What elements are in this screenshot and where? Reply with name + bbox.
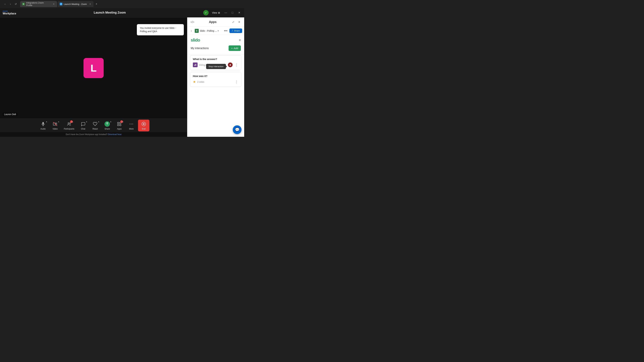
external-link-icon: ⤢ (232, 20, 234, 24)
svg-rect-0 (42, 122, 44, 124)
toolbar-audio-btn[interactable]: ▲ Audio (38, 120, 48, 131)
app-nav-dropdown-icon[interactable]: ▾ (218, 30, 219, 32)
voting-closed-label: Voting closed (199, 64, 226, 66)
view-label: View (212, 11, 217, 14)
toolbar-participants-btn[interactable]: 1 ▲ Participants (62, 120, 76, 131)
react-caret-icon: ▲ (98, 121, 100, 122)
view-btn[interactable]: View ⊞ (211, 11, 221, 15)
browser-nav: ‹ › ↺ (1, 2, 20, 6)
bottom-footer: Don't have the Zoom Workplace app instal… (0, 132, 187, 137)
video-off-icon (53, 122, 58, 126)
svg-point-13 (132, 124, 133, 124)
app-share-btn[interactable]: ⤴ Share (230, 28, 242, 33)
chat-caret-icon: ▲ (86, 121, 88, 122)
code-icon: </> (190, 21, 194, 24)
new-tab-btn[interactable]: + (94, 2, 99, 6)
react-label: React (92, 128, 98, 130)
svg-point-11 (130, 124, 130, 124)
share-icon (104, 121, 110, 127)
svg-point-5 (70, 123, 70, 124)
interaction2-title: How was it? (193, 75, 239, 77)
zoom-text: zoom (3, 10, 16, 12)
apps-icon-container: 1 ▲ (116, 121, 122, 127)
add-label: Add (234, 47, 238, 50)
slido-header: slido ≡ (187, 35, 244, 44)
svg-line-3 (53, 122, 57, 126)
tab1-close-btn[interactable]: ✕ (52, 3, 55, 5)
svg-rect-19 (196, 64, 196, 66)
meeting-area: You invited everyone to use Slido - Poll… (0, 17, 187, 137)
end-x-icon (142, 122, 146, 126)
apps-panel-external-btn[interactable]: ⤢ (231, 20, 236, 24)
workplace-text: Workplace (3, 12, 16, 15)
apps-panel: </> Apps ⤢ ✕ ‹ S Slido - Polling ... ▾ (187, 17, 244, 137)
toolbar-video-btn[interactable]: ▲ Video (50, 120, 60, 131)
video-caret-icon: ▲ (58, 121, 60, 122)
svg-rect-18 (195, 64, 196, 66)
toolbar-more-btn[interactable]: More (126, 120, 137, 131)
interaction1-more-btn[interactable]: ⋮ (234, 62, 239, 67)
apps-panel-code-btn[interactable]: </> (190, 20, 195, 24)
heart-icon (93, 122, 98, 126)
video-stage: You invited everyone to use Slido - Poll… (0, 17, 187, 119)
browser-tab-2[interactable]: Z Launch Meeting - Zoom ✕ (58, 1, 94, 7)
bar-chart-icon (194, 63, 196, 66)
interaction2-more-btn[interactable]: ⋮ (234, 79, 239, 84)
top-bar: zoom Workplace Launch Meeting Zoom ✓ Vie… (0, 8, 244, 17)
video-icon-container: ▲ (52, 121, 58, 127)
participant-avatar: L (84, 58, 104, 78)
share-label: Share (104, 128, 110, 130)
slido-separator-1 (187, 54, 244, 54)
apps-panel-close-btn[interactable]: ✕ (237, 20, 242, 24)
toolbar-apps-btn[interactable]: 1 ▲ Apps (114, 120, 124, 131)
app-nav-back-btn[interactable]: ‹ (189, 29, 193, 33)
share-arrow-icon: ⤴ (232, 29, 233, 32)
slido-favicon: S (195, 29, 199, 33)
interaction-card-2: How was it? ★ 2 votes ⋮ (190, 72, 242, 87)
interaction2-meta: ★ 2 votes ⋮ (193, 79, 239, 84)
stop-interaction-btn[interactable]: ■ Stop interaction (228, 62, 232, 67)
browser-tab-1[interactable]: S Integrations Zoom Profile ✕ (20, 1, 57, 7)
participants-icon-container: 1 ▲ (66, 121, 72, 127)
votes-label: 2 votes (197, 81, 232, 83)
interaction-card-1: What is the answer? Voting closed ■ (190, 55, 242, 70)
nav-refresh-btn[interactable]: ↺ (14, 2, 18, 6)
toolbar-end-btn[interactable]: End (138, 120, 150, 131)
slido-menu-btn[interactable]: ≡ (239, 38, 241, 42)
interaction1-meta: Voting closed ■ Stop interaction ⋮ (193, 62, 239, 67)
svg-rect-9 (118, 124, 119, 126)
chat-bubble-btn[interactable]: 💬 (233, 125, 242, 134)
tab-bar: S Integrations Zoom Profile ✕ Z Launch M… (20, 1, 243, 7)
app-nav-more-btn[interactable]: ••• (223, 28, 228, 33)
bottom-toolbar: ▲ Audio ▲ Video (0, 119, 187, 132)
chat-icon (81, 122, 85, 126)
security-shield-btn[interactable]: ✓ (203, 10, 209, 15)
app-share-label: Share (234, 29, 240, 32)
minimize-btn[interactable]: — (224, 10, 228, 15)
audio-label: Audio (40, 128, 46, 130)
apps-panel-title: Apps (196, 20, 230, 24)
slido-my-interactions: My interactions + Add (187, 44, 244, 54)
nav-back-btn[interactable]: ‹ (3, 2, 8, 6)
view-grid-icon: ⊞ (218, 11, 220, 14)
chat-label: Chat (81, 128, 85, 130)
toolbar-chat-btn[interactable]: ▲ Chat (78, 120, 88, 131)
audio-icon-container: ▲ (40, 121, 46, 127)
add-interaction-btn[interactable]: + Add (228, 45, 241, 51)
nav-forward-btn[interactable]: › (8, 2, 13, 6)
footer-text: Don't have the Zoom Workplace app instal… (66, 133, 107, 136)
apps-panel-header: </> Apps ⤢ ✕ (187, 17, 244, 27)
chat-bubble-icon: 💬 (235, 128, 240, 132)
stop-square-icon: ■ (230, 63, 231, 66)
chat-icon-container: ▲ (80, 121, 86, 127)
tab2-close-btn[interactable]: ✕ (89, 3, 92, 5)
maximize-btn[interactable]: □ (230, 10, 235, 15)
toolbar-react-btn[interactable]: ▲ React (90, 120, 100, 131)
my-interactions-label: My interactions (191, 47, 209, 50)
close-btn[interactable]: ✕ (237, 10, 242, 15)
toolbar-share-btn[interactable]: ▲ Share (102, 120, 112, 131)
svg-rect-17 (194, 65, 195, 66)
apps-caret-icon: ▲ (122, 121, 124, 122)
footer-download-link[interactable]: Download Now (108, 133, 122, 136)
svg-rect-10 (120, 124, 121, 126)
